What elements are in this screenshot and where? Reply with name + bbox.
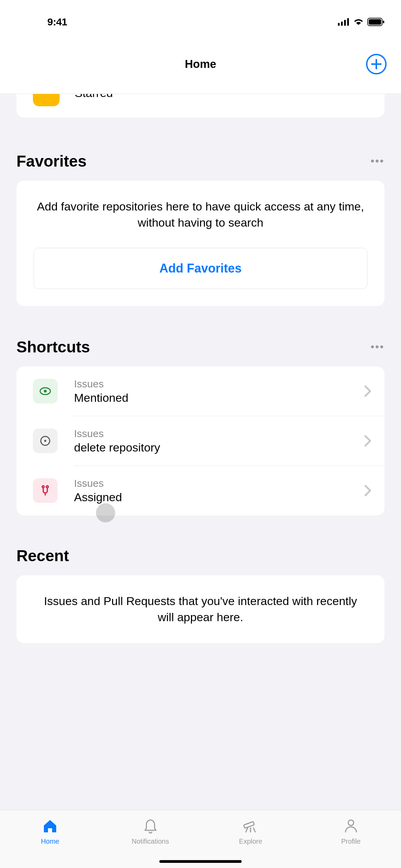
tab-home[interactable]: Home: [0, 817, 100, 845]
chevron-right-icon: [364, 484, 372, 497]
tab-label: Home: [41, 837, 59, 845]
svg-rect-5: [369, 19, 381, 25]
shortcuts-card: Issues Mentioned Issues delete repositor…: [16, 366, 385, 516]
status-bar: 9:41: [0, 0, 401, 34]
eye-icon: [33, 379, 58, 403]
svg-rect-0: [338, 23, 340, 26]
svg-rect-15: [244, 821, 255, 828]
recent-section-header: Recent: [0, 516, 401, 575]
chevron-right-icon: [364, 385, 372, 397]
shortcut-row-assigned[interactable]: Issues Assigned: [16, 466, 385, 516]
favorites-card: Add favorite repositories here to have q…: [16, 181, 385, 306]
plus-icon: [370, 58, 382, 70]
svg-line-18: [253, 828, 255, 832]
shortcut-name: Assigned: [74, 491, 364, 504]
home-indicator[interactable]: [159, 860, 242, 863]
star-icon: [33, 94, 60, 106]
shortcuts-section-header: Shortcuts •••: [0, 306, 401, 366]
svg-rect-6: [383, 21, 384, 23]
tab-profile[interactable]: Profile: [301, 817, 401, 845]
favorites-title: Favorites: [16, 152, 87, 170]
bell-icon: [141, 817, 160, 835]
page-title: Home: [185, 58, 216, 71]
add-favorites-button[interactable]: Add Favorites: [34, 248, 367, 289]
svg-point-13: [42, 486, 44, 488]
shortcut-category: Issues: [74, 428, 364, 439]
tab-explore[interactable]: Explore: [200, 817, 301, 845]
starred-label: Starred: [75, 94, 113, 100]
svg-point-12: [44, 440, 46, 442]
cellular-icon: [338, 18, 350, 26]
tab-bar: Home Notifications Explore Profile: [0, 810, 401, 868]
starred-row-partial[interactable]: Starred: [16, 94, 385, 118]
svg-rect-3: [347, 18, 349, 26]
person-icon: [342, 817, 360, 835]
status-time: 9:41: [47, 16, 67, 28]
shortcut-category: Issues: [74, 378, 364, 390]
shortcuts-more-button[interactable]: •••: [370, 341, 385, 353]
tab-label: Profile: [341, 837, 361, 845]
svg-point-19: [348, 820, 354, 825]
tool-icon: [33, 478, 58, 503]
wifi-icon: [353, 18, 364, 26]
favorites-section-header: Favorites •••: [0, 118, 401, 181]
tab-label: Explore: [239, 837, 262, 845]
battery-icon: [367, 18, 385, 26]
tab-notifications[interactable]: Notifications: [100, 817, 201, 845]
issue-icon: [33, 429, 58, 453]
shortcut-row-mentioned[interactable]: Issues Mentioned: [16, 366, 385, 416]
recent-card: Issues and Pull Requests that you've int…: [16, 575, 385, 643]
home-icon: [41, 817, 59, 835]
favorites-empty-text: Add favorite repositories here to have q…: [16, 181, 385, 231]
svg-rect-2: [344, 20, 346, 26]
svg-rect-1: [341, 22, 343, 26]
shortcut-category: Issues: [74, 478, 364, 489]
favorites-more-button[interactable]: •••: [370, 155, 385, 167]
shortcut-name: Mentioned: [74, 391, 364, 405]
recent-title: Recent: [16, 546, 69, 565]
telescope-icon: [241, 817, 260, 835]
svg-point-10: [44, 390, 47, 393]
add-button[interactable]: [365, 53, 387, 75]
chevron-right-icon: [364, 435, 372, 447]
status-icons: [338, 18, 385, 26]
shortcut-row-delete-repository[interactable]: Issues delete repository: [16, 416, 385, 466]
shortcuts-title: Shortcuts: [16, 338, 90, 356]
shortcut-name: delete repository: [74, 441, 364, 454]
nav-bar: Home: [0, 34, 401, 94]
svg-point-14: [46, 486, 48, 488]
tab-label: Notifications: [132, 837, 169, 845]
recent-empty-text: Issues and Pull Requests that you've int…: [16, 575, 385, 643]
